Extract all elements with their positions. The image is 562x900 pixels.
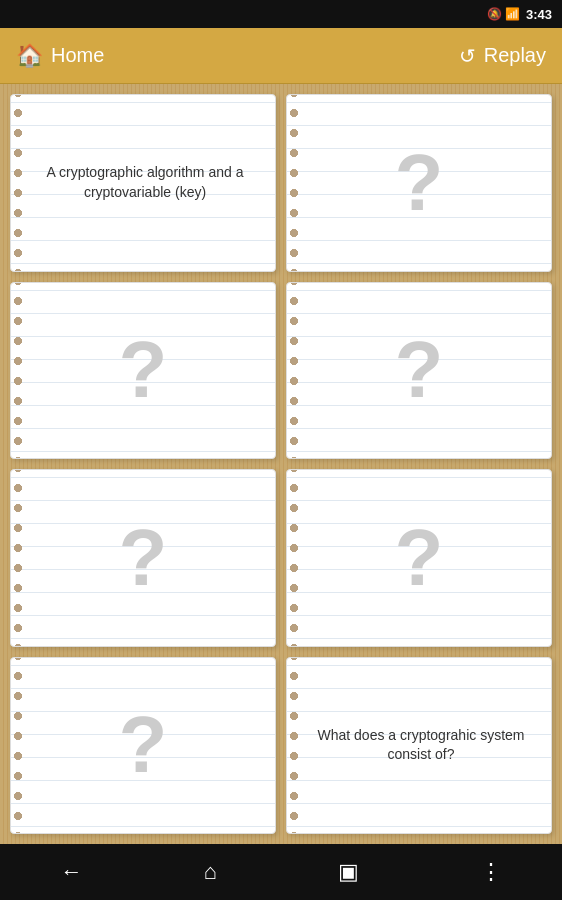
- home-button[interactable]: 🏠 Home: [16, 43, 104, 69]
- status-time: 3:43: [526, 7, 552, 22]
- flashcard-2[interactable]: ?: [286, 94, 552, 272]
- flashcard-3-question: ?: [119, 330, 168, 410]
- flashcard-3[interactable]: ?: [10, 282, 276, 460]
- home-icon: 🏠: [16, 43, 43, 69]
- back-nav-icon[interactable]: ←: [60, 859, 82, 885]
- flashcard-1[interactable]: A cryptographic algorithm and a cryptova…: [10, 94, 276, 272]
- replay-label: Replay: [484, 44, 546, 67]
- flashcard-7-question: ?: [119, 705, 168, 785]
- flashcard-2-question: ?: [395, 143, 444, 223]
- flashcard-5-question: ?: [119, 518, 168, 598]
- home-label: Home: [51, 44, 104, 67]
- top-bar: 🏠 Home ↺ Replay: [0, 28, 562, 84]
- flashcard-4[interactable]: ?: [286, 282, 552, 460]
- flashcard-grid: A cryptographic algorithm and a cryptova…: [0, 84, 562, 844]
- nav-bar: ← ⌂ ▣ ⋮: [0, 844, 562, 900]
- flashcard-7[interactable]: ?: [10, 657, 276, 835]
- flashcard-6[interactable]: ?: [286, 469, 552, 647]
- flashcard-4-question: ?: [395, 330, 444, 410]
- flashcard-8-text: What does a cryptograhic system consist …: [287, 716, 551, 775]
- flashcard-5[interactable]: ?: [10, 469, 276, 647]
- recent-nav-icon[interactable]: ▣: [338, 859, 359, 885]
- flashcard-6-question: ?: [395, 518, 444, 598]
- replay-icon: ↺: [459, 44, 476, 68]
- flashcard-1-text: A cryptographic algorithm and a cryptova…: [11, 153, 275, 212]
- flashcard-8[interactable]: What does a cryptograhic system consist …: [286, 657, 552, 835]
- battery-icon: 🔕 📶: [487, 7, 520, 21]
- home-nav-icon[interactable]: ⌂: [203, 859, 216, 885]
- more-nav-icon[interactable]: ⋮: [480, 859, 502, 885]
- status-bar: 🔕 📶 3:43: [0, 0, 562, 28]
- replay-button[interactable]: ↺ Replay: [459, 44, 546, 68]
